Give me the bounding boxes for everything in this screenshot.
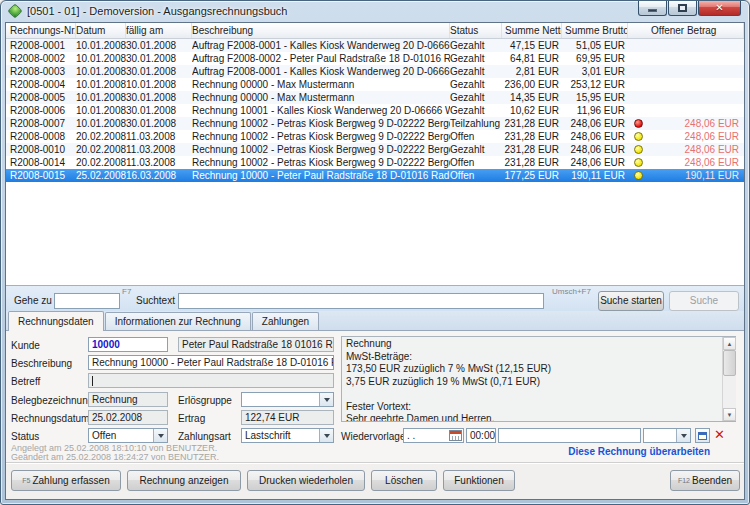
cell-summe-brutto: 248,06 EUR <box>562 143 628 156</box>
column-header-offener-betrag[interactable]: Offener Betrag <box>648 23 744 38</box>
table-row[interactable]: R2008-0002 10.01.2008 30.01.2008 Auftrag… <box>6 52 744 65</box>
cell-offener-betrag <box>648 65 744 78</box>
belegbezeichnung-label: Belegbezeichnung <box>11 395 93 406</box>
cell-summe-netto: 10,62 EUR <box>502 104 562 117</box>
drucken-wiederholen-button[interactable]: Drucken wiederholen <box>247 470 365 491</box>
wiedervorlage-datum-field[interactable]: . . <box>403 428 464 443</box>
tab-zahlungen[interactable]: Zahlungen <box>252 312 319 330</box>
cell-offener-betrag: 248,06 EUR <box>648 117 744 130</box>
cell-summe-netto: 231,28 EUR <box>502 143 562 156</box>
table-row[interactable]: R2008-0001 10.01.2008 30.01.2008 Auftrag… <box>6 39 744 52</box>
minimize-button[interactable] <box>638 1 667 16</box>
goto-input[interactable] <box>54 293 120 309</box>
column-header-datum[interactable]: Datum <box>76 23 126 38</box>
cell-summe-brutto: 248,06 EUR <box>562 117 628 130</box>
table-row[interactable]: R2008-0007 10.01.2008 30.01.2008 Rechnun… <box>6 117 744 130</box>
betreff-field[interactable] <box>88 373 334 388</box>
tab-bar: Rechnungsdaten Informationen zur Rechnun… <box>6 311 744 331</box>
cell-status: Gezahlt <box>450 39 502 52</box>
suche-beenden-button[interactable]: Suche beenden <box>669 291 739 311</box>
table-row[interactable]: R2008-0014 20.02.2008 11.03.2008 Rechnun… <box>6 156 744 169</box>
suche-starten-button[interactable]: Suche starten <box>598 291 664 311</box>
kunde-adresse-field: Peter Paul Radstraße 18 01016 Raden <box>178 337 334 352</box>
cell-indicator <box>628 78 648 91</box>
scroll-down-icon[interactable]: ▼ <box>723 408 736 421</box>
status-label: Status <box>11 431 39 442</box>
cell-offener-betrag <box>648 104 744 117</box>
cell-indicator <box>628 130 648 143</box>
wiedervorlage-zeit-field[interactable]: 00:00 <box>466 428 496 443</box>
table-row[interactable]: R2008-0006 10.01.2008 30.01.2008 Rechnun… <box>6 104 744 117</box>
table-row[interactable]: R2008-0010 20.02.2008 11.03.2008 Rechnun… <box>6 143 744 156</box>
cell-rechnungs-nr: R2008-0006 <box>6 104 76 117</box>
cell-beschreibung: Rechnung 10000 - Peter Paul Radstraße 18… <box>192 169 450 182</box>
tab-informationen-zur-rechnung[interactable]: Informationen zur Rechnung <box>105 312 251 330</box>
cell-beschreibung: Rechnung 10002 - Petras Kiosk Bergweg 9 … <box>192 143 450 156</box>
cell-indicator <box>628 156 648 169</box>
column-header-status[interactable]: Status <box>450 23 502 38</box>
title-bar[interactable]: [0501 - 01] - Demoversion - Ausgangsrech… <box>1 1 749 22</box>
funktionen-button[interactable]: Funktionen <box>443 470 515 491</box>
column-header-beschreibung[interactable]: Beschreibung <box>192 23 450 38</box>
column-header-summe-netto[interactable]: Summe Netto <box>502 23 562 38</box>
cell-indicator <box>628 52 648 65</box>
cell-summe-brutto: 248,06 EUR <box>562 130 628 143</box>
invoice-table-header[interactable]: Rechnungs-Nr. Datum fällig am Beschreibu… <box>6 23 744 39</box>
zahlungsart-select[interactable]: Lastschrift <box>241 428 334 443</box>
beenden-button[interactable]: F12Beenden <box>670 470 740 491</box>
memo-scrollbar[interactable]: ▲ ▼ <box>722 337 736 421</box>
zahlung-erfassen-button[interactable]: F5Zahlung erfassen <box>11 470 121 491</box>
table-row[interactable]: R2008-0004 10.01.2008 10.01.2008 Rechnun… <box>6 78 744 91</box>
column-header-rechnungs-nr[interactable]: Rechnungs-Nr. <box>6 23 76 38</box>
cell-faellig-am: 30.01.2008 <box>126 39 192 52</box>
goto-label: Gehe zu <box>14 295 52 306</box>
cell-datum: 20.02.2008 <box>76 143 126 156</box>
cell-rechnungs-nr: R2008-0010 <box>6 143 76 156</box>
cell-rechnungs-nr: R2008-0002 <box>6 52 76 65</box>
cell-beschreibung: Rechnung 10001 - Kalles Kiosk Wanderweg … <box>192 104 450 117</box>
wiedervorlage-select[interactable] <box>643 428 691 443</box>
kunde-label: Kunde <box>11 340 40 351</box>
loeschen-button[interactable]: Löschen <box>371 470 437 491</box>
rechnung-anzeigen-button[interactable]: Rechnung anzeigen <box>127 470 241 491</box>
scroll-up-icon[interactable]: ▲ <box>723 337 736 350</box>
cell-beschreibung: Auftrag F2008-0002 - Peter Paul Radstraß… <box>192 52 450 65</box>
cell-datum: 10.01.2008 <box>76 52 126 65</box>
scrollbar-thumb[interactable] <box>723 350 736 376</box>
table-row[interactable]: R2008-0008 20.02.2008 11.03.2008 Rechnun… <box>6 130 744 143</box>
cell-indicator <box>628 91 648 104</box>
cell-summe-brutto: 248,06 EUR <box>562 156 628 169</box>
cell-summe-netto: 231,28 EUR <box>502 117 562 130</box>
tab-rechnungsdaten[interactable]: Rechnungsdaten <box>8 311 104 331</box>
wiedervorlage-text-field[interactable] <box>498 428 641 443</box>
column-header-faellig-am[interactable]: fällig am <box>126 23 192 38</box>
cell-beschreibung: Rechnung 00000 - Max Mustermann <box>192 91 450 104</box>
status-select[interactable]: Offen <box>88 428 168 443</box>
suchtext-input[interactable] <box>178 293 544 309</box>
cell-indicator <box>628 117 648 130</box>
erloesgruppe-select[interactable] <box>241 392 334 407</box>
chevron-down-icon <box>319 429 333 442</box>
suchtext-shortcut-hint: Umsch+F7 <box>552 287 591 296</box>
chevron-down-icon <box>319 393 333 406</box>
cell-offener-betrag: 248,06 EUR <box>648 156 744 169</box>
cell-status: Offen <box>450 130 502 143</box>
beschreibung-field[interactable]: Rechnung 10000 - Peter Paul Radstraße 18… <box>88 355 334 370</box>
cell-datum: 10.01.2008 <box>76 91 126 104</box>
table-row[interactable]: R2008-0005 10.01.2008 30.01.2008 Rechnun… <box>6 91 744 104</box>
kunde-nr-field[interactable]: 10000 <box>88 337 168 352</box>
wiedervorlage-delete-icon[interactable]: ✕ <box>714 428 725 441</box>
rechnung-info-memo[interactable]: Rechnung MwSt-Beträge: 173,50 EUR zuzügl… <box>341 336 736 422</box>
minimize-icon <box>648 9 657 12</box>
table-row[interactable]: R2008-0003 10.01.2008 30.01.2008 Auftrag… <box>6 65 744 78</box>
shortcut-key-label: F5 <box>22 477 30 484</box>
wiedervorlage-open-button[interactable] <box>695 428 710 443</box>
maximize-button[interactable] <box>668 1 697 16</box>
calendar-icon[interactable] <box>449 430 462 441</box>
cell-status: Offen <box>450 169 502 182</box>
close-button[interactable]: ✕ <box>698 1 741 16</box>
column-header-summe-brutto[interactable]: Summe Brutto <box>562 23 628 38</box>
rechnung-ueberarbeiten-link[interactable]: Diese Rechnung überarbeiten <box>568 446 710 457</box>
table-row[interactable]: R2008-0015 25.02.2008 16.03.2008 Rechnun… <box>6 169 744 182</box>
cell-status: Teilzahlung <box>450 117 502 130</box>
